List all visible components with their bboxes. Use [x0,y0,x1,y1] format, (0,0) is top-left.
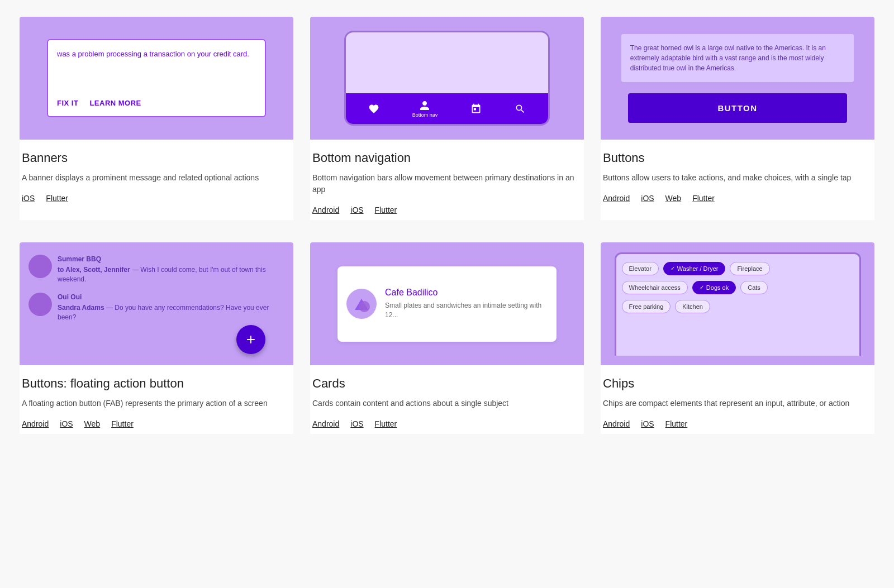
cards-desc: Cards contain content and actions about … [312,398,582,409]
chip-cats[interactable]: Cats [740,281,768,294]
chip-washer-dryer[interactable]: ✓ Washer / Dryer [663,262,726,275]
cards-ios-link[interactable]: iOS [350,419,363,428]
banners-ios-link[interactable]: iOS [22,194,35,203]
buttons-desc: Buttons allow users to take actions, and… [603,172,872,184]
buttons-flutter-link[interactable]: Flutter [692,194,715,203]
chip-fireplace[interactable]: Fireplace [730,262,769,275]
card-demo-icon [346,289,377,319]
cards-title: Cards [312,376,582,391]
svg-point-2 [359,301,370,312]
avatar-0 [28,255,52,278]
nav-icon-person: Bottom nav [412,100,438,118]
bottomnav-title: Bottom navigation [312,151,582,165]
card-demo-text: Cafe Badilico Small plates and sandwiche… [385,288,548,320]
chips-ios-link[interactable]: iOS [641,419,654,428]
banner-actions: FIX IT LEARN MORE [57,99,256,107]
banner-text: was a problem processing a transaction o… [57,49,256,59]
component-grid: was a problem processing a transaction o… [0,0,894,451]
banners-title: Banners [22,151,291,165]
cards-links: Android iOS Flutter [312,419,582,428]
bottomnav-flutter-link[interactable]: Flutter [375,205,397,214]
buttons-title: Buttons [603,151,872,165]
fab-item-text-0: Summer BBQ to Alex, Scott, Jennifer — Wi… [58,255,284,284]
fab-item-subtitle-1: Sandra Adams — Do you have any recommend… [58,303,284,322]
phone-frame: Bottom nav [344,31,550,126]
cards-body: Cards Cards contain content and actions … [310,365,584,434]
cards-flutter-link[interactable]: Flutter [375,419,397,428]
fab-preview: Summer BBQ to Alex, Scott, Jennifer — Wi… [20,242,293,365]
fab-title: Buttons: floating action button [22,376,291,391]
card-demo-title: Cafe Badilico [385,288,548,298]
banners-flutter-link[interactable]: Flutter [46,194,68,203]
card-fab: Summer BBQ to Alex, Scott, Jennifer — Wi… [20,242,293,434]
fab-item-title-0: Summer BBQ [58,255,284,264]
card-banners: was a problem processing a transaction o… [20,17,293,220]
buttons-android-link[interactable]: Android [603,194,630,203]
fab-list-item-1: Oui Oui Sandra Adams — Do you have any r… [28,289,284,325]
fab-android-link[interactable]: Android [22,419,49,428]
chips-row-2: Free parking Kitchen [622,300,854,313]
nav-icon-search [515,103,526,114]
fab-list: Summer BBQ to Alex, Scott, Jennifer — Wi… [20,242,293,334]
buttons-web-link[interactable]: Web [665,194,682,203]
chips-preview: Elevator ✓ Washer / Dryer Fireplace Whee… [601,242,874,365]
bottomnav-android-link[interactable]: Android [312,205,339,214]
chip-elevator[interactable]: Elevator [622,262,659,275]
bottom-nav-label: Bottom nav [412,112,438,118]
fab-item-text-1: Oui Oui Sandra Adams — Do you have any r… [58,293,284,322]
card-demo: Cafe Badilico Small plates and sandwiche… [337,266,557,342]
banners-links: iOS Flutter [22,194,291,203]
buttons-inner: The great horned owl is a large owl nati… [601,34,874,123]
bottomnav-links: Android iOS Flutter [312,205,582,214]
card-chips: Elevator ✓ Washer / Dryer Fireplace Whee… [601,242,874,434]
chip-dogs-ok[interactable]: ✓ Dogs ok [692,281,736,294]
card-buttons: The great horned owl is a large owl nati… [601,17,874,220]
learn-more-button[interactable]: LEARN MORE [89,99,141,107]
chips-row-1: Wheelchair access ✓ Dogs ok Cats [622,281,854,294]
fab-links: Android iOS Web Flutter [22,419,291,428]
chips-title: Chips [603,376,872,391]
fab-item-subtitle-0: to Alex, Scott, Jennifer — Wish I could … [58,265,284,284]
chips-desc: Chips are compact elements that represen… [603,398,872,409]
banners-body: Banners A banner displays a prominent me… [20,140,293,208]
avatar-1 [28,293,52,316]
chips-flutter-link[interactable]: Flutter [665,419,688,428]
chips-android-link[interactable]: Android [603,419,630,428]
cards-preview: Cafe Badilico Small plates and sandwiche… [310,242,584,365]
banners-preview: was a problem processing a transaction o… [20,17,293,140]
chips-row-0: Elevator ✓ Washer / Dryer Fireplace [622,262,854,275]
fix-it-button[interactable]: FIX IT [57,99,78,107]
buttons-links: Android iOS Web Flutter [603,194,872,203]
buttons-desc-area: The great horned owl is a large owl nati… [621,34,854,82]
fab-desc: A floating action button (FAB) represent… [22,398,291,409]
fab-ios-link[interactable]: iOS [60,419,73,428]
card-demo-sub: Small plates and sandwiches an intimate … [385,301,548,320]
banner-inner: was a problem processing a transaction o… [47,39,266,117]
bottomnav-ios-link[interactable]: iOS [350,205,363,214]
chips-phone: Elevator ✓ Washer / Dryer Fireplace Whee… [615,252,861,356]
buttons-ios-link[interactable]: iOS [641,194,654,203]
chip-wheelchair-access[interactable]: Wheelchair access [622,281,688,294]
cards-android-link[interactable]: Android [312,419,339,428]
bottomnav-preview: Bottom nav [310,17,584,140]
buttons-preview: The great horned owl is a large owl nati… [601,17,874,140]
fab-flutter-link[interactable]: Flutter [111,419,134,428]
fab-body: Buttons: floating action button A floati… [20,365,293,434]
bottomnav-body: Bottom navigation Bottom navigation bars… [310,140,584,220]
bottomnav-desc: Bottom navigation bars allow movement be… [312,172,582,195]
buttons-body: Buttons Buttons allow users to take acti… [601,140,874,208]
nav-icon-heart [368,103,379,114]
button-demo[interactable]: BUTTON [628,93,847,123]
banners-desc: A banner displays a prominent message an… [22,172,291,184]
card-cards: Cafe Badilico Small plates and sandwiche… [310,242,584,434]
fab-button[interactable]: + [236,325,265,354]
fab-list-item-0: Summer BBQ to Alex, Scott, Jennifer — Wi… [28,251,284,287]
card-bottom-navigation: Bottom nav Bottom navigation Bottom navi… [310,17,584,220]
fab-item-title-1: Oui Oui [58,293,284,302]
chips-body: Chips Chips are compact elements that re… [601,365,874,434]
chips-links: Android iOS Flutter [603,419,872,428]
fab-web-link[interactable]: Web [84,419,101,428]
chip-free-parking[interactable]: Free parking [622,300,671,313]
chip-kitchen[interactable]: Kitchen [675,300,710,313]
nav-icon-calendar [470,103,482,114]
